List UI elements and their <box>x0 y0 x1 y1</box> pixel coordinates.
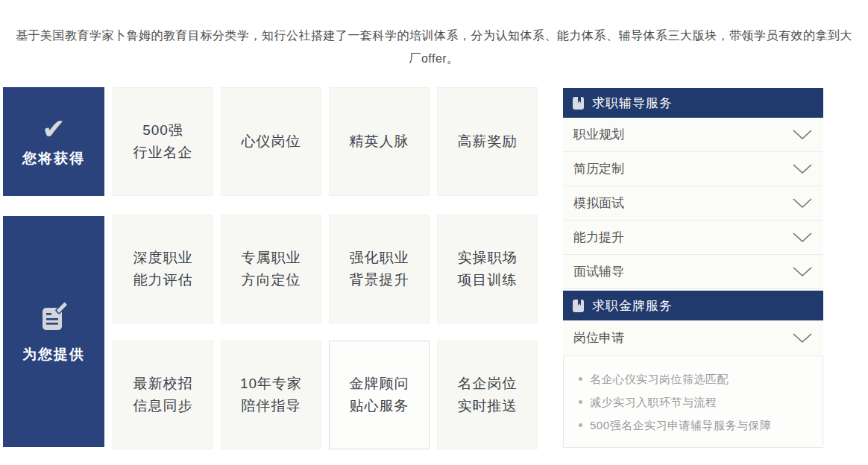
accordion-item-interview-coaching[interactable]: 面试辅导 <box>563 255 823 289</box>
provide-card-direction-positioning: 专属职业方向定位 <box>221 215 321 323</box>
provide-card-project-training: 实操职场项目训练 <box>437 215 538 323</box>
chevron-down-icon <box>793 232 812 243</box>
rail-provide-label: 为您提供 <box>22 345 85 364</box>
gold-services-title: 求职金牌服务 <box>592 297 673 314</box>
provide-card-job-push: 名企岗位实时推送 <box>437 341 538 449</box>
coach-services-header: 求职辅导服务 <box>563 88 823 118</box>
provide-card-background-boost: 强化职业背景提升 <box>329 215 430 323</box>
gain-card-ideal-position: 心仪岗位 <box>221 87 321 196</box>
chevron-down-icon <box>793 333 812 344</box>
edit-note-icon <box>35 299 72 339</box>
gain-card-500-companies: 500强行业名企 <box>113 87 213 196</box>
accordion-item-job-application[interactable]: 岗位申请 <box>563 320 823 356</box>
bullet-item: 减少实习入职环节与流程 <box>568 390 814 414</box>
gain-card-high-salary: 高薪奖励 <box>437 87 538 196</box>
provide-card-campus-recruit-sync: 最新校招信息同步 <box>113 341 213 449</box>
chevron-down-icon <box>793 164 812 174</box>
chevron-down-icon <box>793 130 812 140</box>
accordion-item-resume-customization[interactable]: 简历定制 <box>563 152 823 186</box>
gain-card-elite-network: 精英人脉 <box>329 87 430 196</box>
rail-box-provide: 为您提供 <box>3 216 104 447</box>
provide-card-expert-guidance: 10年专家陪伴指导 <box>221 341 321 449</box>
check-icon: ✔ <box>42 115 66 143</box>
coach-services-title: 求职辅导服务 <box>592 95 673 112</box>
chevron-down-icon <box>793 267 812 277</box>
gold-services-header: 求职金牌服务 <box>563 291 823 320</box>
book-icon <box>573 97 584 110</box>
provide-card-gold-consultant: 金牌顾问贴心服务 <box>329 341 430 449</box>
accordion-item-mock-interview[interactable]: 模拟面试 <box>563 186 823 221</box>
gold-service-bullet-list: 名企心仪实习岗位筛选匹配 减少实习入职环节与流程 500强名企实习申请辅导服务与… <box>563 356 823 448</box>
chevron-down-icon <box>793 198 812 209</box>
rail-box-gain: ✔ 您将获得 <box>3 87 104 196</box>
service-panel: 求职辅导服务 职业规划 简历定制 模拟面试 能力提升 面试辅导 求职金牌服务 <box>563 88 823 448</box>
provide-card-ability-assessment: 深度职业能力评估 <box>113 215 213 323</box>
accordion-item-ability-improvement[interactable]: 能力提升 <box>563 221 823 255</box>
rail-gain-label: 您将获得 <box>22 149 85 168</box>
bullet-item: 500强名企实习申请辅导服务与保障 <box>568 414 814 437</box>
accordion-item-career-planning[interactable]: 职业规划 <box>563 118 823 152</box>
bullet-item: 名企心仪实习岗位筛选匹配 <box>568 367 814 390</box>
book-icon <box>573 300 584 312</box>
intro-text: 基于美国教育学家卜鲁姆的教育目标分类学，知行公社搭建了一套科学的培训体系，分为认… <box>13 24 855 70</box>
